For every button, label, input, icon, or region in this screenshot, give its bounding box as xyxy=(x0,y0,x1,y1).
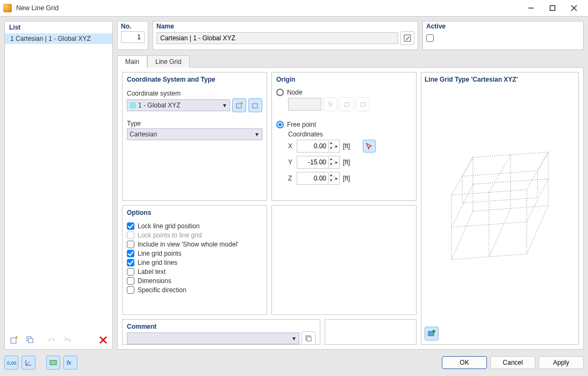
svg-line-26 xyxy=(527,179,548,222)
preview-settings-icon[interactable] xyxy=(425,327,439,341)
radio-freepoint[interactable] xyxy=(276,121,284,128)
tab-line-grid[interactable]: Line Grid xyxy=(147,55,190,68)
checkbox-label[interactable] xyxy=(127,268,134,276)
option-include[interactable]: Include in view 'Show whole model' xyxy=(127,241,262,248)
delete-icon[interactable] xyxy=(96,333,110,347)
no-field[interactable] xyxy=(121,31,145,43)
coord-row-x: X ▴▾ ▸ [ft] xyxy=(288,140,412,153)
checkbox-dims[interactable] xyxy=(127,277,134,285)
coords-label: Coordinates xyxy=(288,131,412,138)
z-spin-down[interactable]: ▾ xyxy=(328,178,334,184)
x-play-icon[interactable]: ▸ xyxy=(334,143,340,149)
type-label: Type xyxy=(127,120,262,127)
svg-line-3 xyxy=(571,5,577,11)
y-play-icon[interactable]: ▸ xyxy=(334,160,340,165)
close-button[interactable] xyxy=(563,0,585,16)
unit-y: [ft] xyxy=(343,158,350,166)
list-area[interactable]: 1 Cartesian | 1 - Global XYZ xyxy=(5,33,112,331)
z-value[interactable] xyxy=(297,173,328,184)
origin-node-option[interactable]: Node xyxy=(276,89,412,96)
svg-point-28 xyxy=(432,330,435,333)
preview-canvas[interactable] xyxy=(425,85,575,326)
dialog-footer: 0,00 fx OK Cancel Apply xyxy=(4,350,584,372)
svg-line-23 xyxy=(489,155,511,192)
x-value[interactable] xyxy=(297,141,328,151)
units-icon[interactable]: 0,00 xyxy=(4,356,18,370)
checkbox-specdir[interactable] xyxy=(127,286,134,294)
preview-card: Line Grid Type 'Cartesian XYZ' xyxy=(421,72,579,345)
checkbox-lg_lines[interactable] xyxy=(127,259,134,266)
edit-name-icon[interactable] xyxy=(400,31,414,45)
radio-node[interactable] xyxy=(276,89,284,96)
maximize-button[interactable] xyxy=(542,0,563,16)
render-icon[interactable] xyxy=(46,356,60,370)
new-cs-icon[interactable]: ✦ xyxy=(232,98,246,112)
checkbox-include[interactable] xyxy=(127,241,134,248)
options-card: Options Lock line grid positionLock poin… xyxy=(122,205,267,315)
axis-z: Z xyxy=(288,175,293,182)
checkbox-lg_points[interactable] xyxy=(127,250,134,257)
comment-lib-icon[interactable] xyxy=(302,331,315,345)
option-label[interactable]: Label text xyxy=(127,268,262,276)
type-select[interactable]: Cartesian ▾ xyxy=(127,128,262,140)
svg-line-32 xyxy=(26,361,30,365)
active-box: Active xyxy=(422,21,584,50)
svg-line-2 xyxy=(571,5,577,11)
y-spin-down[interactable]: ▾ xyxy=(328,162,334,168)
active-label: Active xyxy=(426,23,580,31)
lib-cs-icon[interactable] xyxy=(248,98,262,112)
function-icon[interactable]: fx xyxy=(63,356,77,370)
tabstrip: Main Line Grid xyxy=(117,54,584,67)
new-item-icon[interactable]: ✦ xyxy=(7,333,21,347)
pick-node-icon xyxy=(324,97,338,111)
cs-swatch-icon xyxy=(130,102,136,109)
cs-value: 1 - Global XYZ xyxy=(138,102,181,109)
coord-row-z: Z ▴▾ ▸ [ft] xyxy=(288,172,412,185)
y-input[interactable]: ▴▾ ▸ xyxy=(297,156,340,169)
origin-card: Origin Node xyxy=(271,72,417,201)
minimize-button[interactable] xyxy=(520,0,542,16)
option-lock_pos[interactable]: Lock line grid position xyxy=(127,222,262,230)
apply-button[interactable]: Apply xyxy=(539,356,584,369)
titlebar: New Line Grid xyxy=(0,0,588,17)
x-input[interactable]: ▴▾ ▸ xyxy=(297,140,340,153)
list-header: List xyxy=(5,21,112,33)
tab-main[interactable]: Main xyxy=(117,55,147,68)
window-title: New Line Grid xyxy=(16,4,520,12)
z-input[interactable]: ▴▾ ▸ xyxy=(297,172,340,185)
svg-rect-7 xyxy=(28,338,33,343)
cancel-button[interactable]: Cancel xyxy=(490,356,535,369)
pick-point-icon[interactable] xyxy=(363,140,376,153)
coord-row-y: Y ▴▾ ▸ [ft] xyxy=(288,156,412,169)
checkbox-lock_pos[interactable] xyxy=(127,222,134,230)
axes-icon[interactable] xyxy=(21,356,35,370)
svg-rect-16 xyxy=(361,103,365,106)
list-item[interactable]: 1 Cartesian | 1 - Global XYZ xyxy=(5,33,112,44)
z-play-icon[interactable]: ▸ xyxy=(334,176,340,181)
freepoint-label: Free point xyxy=(287,121,316,128)
copy-item-icon[interactable] xyxy=(23,333,37,347)
option-label: Line grid points xyxy=(138,250,181,257)
name-field[interactable] xyxy=(156,32,398,44)
preview-title: Line Grid Type 'Cartesian XYZ' xyxy=(425,76,575,83)
x-spin-down[interactable]: ▾ xyxy=(328,146,334,151)
option-label: Lock points to line grid xyxy=(138,232,202,239)
ok-button[interactable]: OK xyxy=(442,356,487,369)
no-box: No. xyxy=(117,21,148,50)
svg-rect-1 xyxy=(550,6,555,11)
option-specdir[interactable]: Specific direction xyxy=(127,286,262,294)
option-lg_lines[interactable]: Line grid lines xyxy=(127,259,262,266)
origin-title: Origin xyxy=(276,76,412,83)
list-panel: List 1 Cartesian | 1 - Global XYZ ✦ xyxy=(4,21,113,350)
active-checkbox[interactable] xyxy=(426,34,434,42)
comment-combo[interactable]: ▾ xyxy=(127,332,299,344)
origin-freepoint-option[interactable]: Free point xyxy=(276,121,412,128)
option-dims[interactable]: Dimensions xyxy=(127,277,262,285)
comment-title: Comment xyxy=(127,323,315,330)
option-lg_points[interactable]: Line grid points xyxy=(127,250,262,257)
link-icon xyxy=(45,333,59,347)
edit-node-icon xyxy=(356,97,370,111)
cs-select[interactable]: 1 - Global XYZ ▾ xyxy=(127,99,230,111)
option-lock_pts: Lock points to line grid xyxy=(127,232,262,239)
y-value[interactable] xyxy=(297,157,328,168)
